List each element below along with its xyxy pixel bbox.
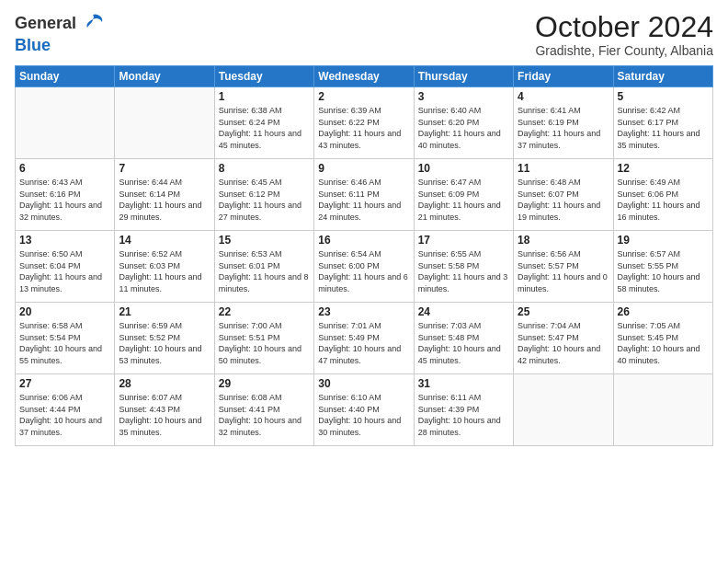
- day-info: Sunrise: 6:56 AMSunset: 5:57 PMDaylight:…: [518, 248, 609, 294]
- day-info: Sunrise: 6:45 AMSunset: 6:12 PMDaylight:…: [219, 177, 310, 223]
- day-info: Sunrise: 6:41 AMSunset: 6:19 PMDaylight:…: [518, 105, 609, 151]
- header: General Blue October 2024 Gradishte, Fie…: [15, 11, 713, 58]
- day-number: 25: [518, 305, 609, 318]
- day-number: 26: [618, 305, 709, 318]
- day-number: 12: [618, 162, 709, 175]
- day-info: Sunrise: 6:57 AMSunset: 5:55 PMDaylight:…: [618, 248, 709, 294]
- calendar-cell: 23Sunrise: 7:01 AMSunset: 5:49 PMDayligh…: [314, 303, 414, 374]
- calendar-week-row: 27Sunrise: 6:06 AMSunset: 4:44 PMDayligh…: [16, 374, 713, 446]
- logo: General Blue: [15, 11, 106, 55]
- col-wednesday: Wednesday: [314, 66, 414, 87]
- day-number: 24: [418, 305, 509, 318]
- calendar-cell: 28Sunrise: 6:07 AMSunset: 4:43 PMDayligh…: [115, 374, 214, 446]
- col-sunday: Sunday: [16, 66, 115, 87]
- calendar-cell: 17Sunrise: 6:55 AMSunset: 5:58 PMDayligh…: [414, 231, 513, 303]
- day-info: Sunrise: 7:04 AMSunset: 5:47 PMDaylight:…: [518, 320, 609, 366]
- day-info: Sunrise: 7:03 AMSunset: 5:48 PMDaylight:…: [418, 320, 509, 366]
- day-info: Sunrise: 6:58 AMSunset: 5:54 PMDaylight:…: [19, 320, 110, 366]
- col-thursday: Thursday: [414, 66, 513, 87]
- day-info: Sunrise: 6:38 AMSunset: 6:24 PMDaylight:…: [219, 105, 310, 151]
- logo-blue-text: Blue: [15, 37, 106, 55]
- day-info: Sunrise: 6:44 AMSunset: 6:14 PMDaylight:…: [119, 177, 210, 223]
- day-number: 20: [19, 305, 110, 318]
- calendar-cell: 15Sunrise: 6:53 AMSunset: 6:01 PMDayligh…: [214, 231, 313, 303]
- day-number: 13: [19, 234, 110, 247]
- location-subtitle: Gradishte, Fier County, Albania: [535, 43, 713, 58]
- calendar-cell: 2Sunrise: 6:39 AMSunset: 6:22 PMDaylight…: [314, 87, 414, 159]
- day-number: 15: [219, 234, 310, 247]
- calendar-cell: 14Sunrise: 6:52 AMSunset: 6:03 PMDayligh…: [115, 231, 214, 303]
- day-info: Sunrise: 6:59 AMSunset: 5:52 PMDaylight:…: [119, 320, 210, 366]
- calendar-cell: 16Sunrise: 6:54 AMSunset: 6:00 PMDayligh…: [314, 231, 414, 303]
- day-number: 11: [518, 162, 609, 175]
- calendar-cell: 19Sunrise: 6:57 AMSunset: 5:55 PMDayligh…: [613, 231, 712, 303]
- day-number: 23: [318, 305, 409, 318]
- day-info: Sunrise: 7:01 AMSunset: 5:49 PMDaylight:…: [318, 320, 409, 366]
- day-info: Sunrise: 7:00 AMSunset: 5:51 PMDaylight:…: [219, 320, 310, 366]
- calendar-cell: 26Sunrise: 7:05 AMSunset: 5:45 PMDayligh…: [613, 303, 712, 374]
- day-info: Sunrise: 6:55 AMSunset: 5:58 PMDaylight:…: [418, 248, 509, 294]
- day-number: 22: [219, 305, 310, 318]
- calendar-cell: 25Sunrise: 7:04 AMSunset: 5:47 PMDayligh…: [514, 303, 613, 374]
- day-number: 5: [618, 90, 709, 103]
- day-info: Sunrise: 6:06 AMSunset: 4:44 PMDaylight:…: [19, 392, 110, 438]
- day-info: Sunrise: 6:54 AMSunset: 6:00 PMDaylight:…: [318, 248, 409, 294]
- day-info: Sunrise: 6:47 AMSunset: 6:09 PMDaylight:…: [418, 177, 509, 223]
- day-number: 19: [618, 234, 709, 247]
- calendar-cell: 5Sunrise: 6:42 AMSunset: 6:17 PMDaylight…: [613, 87, 712, 159]
- month-title: October 2024: [535, 11, 713, 43]
- calendar-week-row: 13Sunrise: 6:50 AMSunset: 6:04 PMDayligh…: [16, 231, 713, 303]
- day-info: Sunrise: 6:48 AMSunset: 6:07 PMDaylight:…: [518, 177, 609, 223]
- calendar-cell: 10Sunrise: 6:47 AMSunset: 6:09 PMDayligh…: [414, 159, 513, 231]
- day-number: 14: [119, 234, 210, 247]
- logo-bird-icon: [80, 11, 106, 37]
- calendar-cell: [16, 87, 115, 159]
- calendar-cell: 24Sunrise: 7:03 AMSunset: 5:48 PMDayligh…: [414, 303, 513, 374]
- day-number: 17: [418, 234, 509, 247]
- day-info: Sunrise: 6:40 AMSunset: 6:20 PMDaylight:…: [418, 105, 509, 151]
- day-info: Sunrise: 6:39 AMSunset: 6:22 PMDaylight:…: [318, 105, 409, 151]
- calendar-cell: 13Sunrise: 6:50 AMSunset: 6:04 PMDayligh…: [16, 231, 115, 303]
- calendar-cell: 8Sunrise: 6:45 AMSunset: 6:12 PMDaylight…: [214, 159, 313, 231]
- day-number: 27: [19, 377, 110, 390]
- calendar-cell: [115, 87, 214, 159]
- calendar-week-row: 1Sunrise: 6:38 AMSunset: 6:24 PMDaylight…: [16, 87, 713, 159]
- day-number: 31: [418, 377, 509, 390]
- day-info: Sunrise: 6:08 AMSunset: 4:41 PMDaylight:…: [219, 392, 310, 438]
- calendar-cell: 27Sunrise: 6:06 AMSunset: 4:44 PMDayligh…: [16, 374, 115, 446]
- calendar-table: Sunday Monday Tuesday Wednesday Thursday…: [15, 65, 713, 446]
- day-number: 6: [19, 162, 110, 175]
- calendar-cell: 1Sunrise: 6:38 AMSunset: 6:24 PMDaylight…: [214, 87, 313, 159]
- day-number: 10: [418, 162, 509, 175]
- col-friday: Friday: [514, 66, 613, 87]
- logo-general-text: General: [15, 15, 76, 33]
- day-info: Sunrise: 6:46 AMSunset: 6:11 PMDaylight:…: [318, 177, 409, 223]
- day-number: 7: [119, 162, 210, 175]
- day-info: Sunrise: 6:42 AMSunset: 6:17 PMDaylight:…: [618, 105, 709, 151]
- calendar-cell: 3Sunrise: 6:40 AMSunset: 6:20 PMDaylight…: [414, 87, 513, 159]
- day-number: 3: [418, 90, 509, 103]
- day-number: 8: [219, 162, 310, 175]
- calendar-cell: [514, 374, 613, 446]
- day-number: 28: [119, 377, 210, 390]
- day-number: 9: [318, 162, 409, 175]
- calendar-week-row: 20Sunrise: 6:58 AMSunset: 5:54 PMDayligh…: [16, 303, 713, 374]
- day-info: Sunrise: 7:05 AMSunset: 5:45 PMDaylight:…: [618, 320, 709, 366]
- day-number: 4: [518, 90, 609, 103]
- day-info: Sunrise: 6:49 AMSunset: 6:06 PMDaylight:…: [618, 177, 709, 223]
- calendar-week-row: 6Sunrise: 6:43 AMSunset: 6:16 PMDaylight…: [16, 159, 713, 231]
- calendar-cell: 18Sunrise: 6:56 AMSunset: 5:57 PMDayligh…: [514, 231, 613, 303]
- day-info: Sunrise: 6:50 AMSunset: 6:04 PMDaylight:…: [19, 248, 110, 294]
- calendar-cell: 21Sunrise: 6:59 AMSunset: 5:52 PMDayligh…: [115, 303, 214, 374]
- calendar-cell: 22Sunrise: 7:00 AMSunset: 5:51 PMDayligh…: [214, 303, 313, 374]
- day-number: 1: [219, 90, 310, 103]
- calendar-cell: 12Sunrise: 6:49 AMSunset: 6:06 PMDayligh…: [613, 159, 712, 231]
- calendar-cell: 7Sunrise: 6:44 AMSunset: 6:14 PMDaylight…: [115, 159, 214, 231]
- calendar-cell: 20Sunrise: 6:58 AMSunset: 5:54 PMDayligh…: [16, 303, 115, 374]
- day-info: Sunrise: 6:53 AMSunset: 6:01 PMDaylight:…: [219, 248, 310, 294]
- day-info: Sunrise: 6:10 AMSunset: 4:40 PMDaylight:…: [318, 392, 409, 438]
- day-number: 21: [119, 305, 210, 318]
- day-number: 29: [219, 377, 310, 390]
- page: General Blue October 2024 Gradishte, Fie…: [0, 0, 728, 563]
- day-number: 16: [318, 234, 409, 247]
